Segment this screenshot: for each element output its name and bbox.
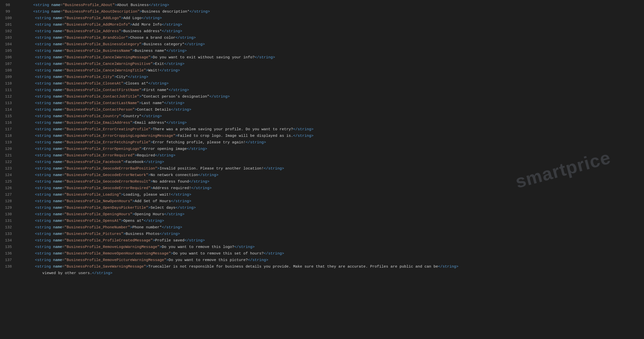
code-line: 105 <string name="BusinessProfile_Busine… — [0, 48, 644, 54]
code-line: 108 <string name="BusinessProfile_Cancel… — [0, 67, 644, 74]
line-number: 109 — [0, 74, 17, 80]
code-line: 136 <string name="BusinessProfile_Remove… — [0, 250, 644, 257]
line-content: <string name="BusinessProfile_ErrorRequi… — [17, 153, 644, 159]
line-content: <string name="BusinessProfile_ErrorCreat… — [17, 126, 644, 133]
line-number: 128 — [0, 198, 17, 204]
code-line: 137 <string name="BusinessProfile_Remove… — [0, 257, 644, 264]
line-content: <string name="BusinessProfile_GeocodeErr… — [17, 172, 644, 178]
line-content: <string name="BusinessProfile_BusinessCa… — [17, 41, 644, 48]
code-line: 122 <string name="BusinessProfile_Facebo… — [0, 159, 644, 165]
code-line: 131 <string name="BusinessProfile_OpensA… — [0, 218, 644, 224]
code-line: 119 <string name="BusinessProfile_ErrorF… — [0, 139, 644, 146]
line-number: 98 — [0, 2, 15, 8]
line-content: <string name="BusinessProfile_ErrorFetch… — [17, 140, 644, 146]
line-content: <string name="BusinessProfile_BusinessNa… — [17, 48, 644, 54]
code-line: 99 <string name="BusinessProfile_AboutDe… — [0, 9, 644, 15]
line-number: 101 — [0, 22, 17, 28]
line-number: 133 — [0, 231, 17, 237]
code-line: 98 <string name="BusinessProfile_About">… — [0, 2, 644, 9]
line-number: 104 — [0, 41, 17, 48]
line-content: <string name="BusinessProfile_City">City… — [17, 74, 644, 80]
line-number: 120 — [0, 146, 17, 152]
line-number: 118 — [0, 133, 17, 139]
line-number: 129 — [0, 205, 17, 211]
line-number: 112 — [0, 94, 17, 100]
code-line: 134 <string name="BusinessProfile_Profil… — [0, 237, 644, 244]
line-number: 132 — [0, 225, 17, 231]
line-content: <string name="BusinessProfile_CancelWarn… — [17, 55, 644, 61]
line-number: 117 — [0, 126, 17, 133]
code-line: 138 <string name="BusinessProfile_SaveWa… — [0, 264, 644, 270]
code-line-continuation: viewed by other users.</string> — [0, 270, 644, 277]
line-content: <string name="BusinessProfile_BrandColor… — [17, 35, 644, 41]
line-number: 116 — [0, 120, 17, 126]
code-line: 118 <string name="BusinessProfile_ErrorC… — [0, 133, 644, 139]
code-line: 103 <string name="BusinessProfile_BrandC… — [0, 35, 644, 41]
line-content: <string name="BusinessProfile_Pictures">… — [17, 231, 644, 237]
line-content: <string name="BusinessProfile_RemovePict… — [17, 257, 644, 263]
line-number: 134 — [0, 238, 17, 244]
code-line: 106 <string name="BusinessProfile_Cancel… — [0, 54, 644, 61]
code-line: 100 <string name="BusinessProfile_AddLog… — [0, 15, 644, 22]
code-line: 123 <string name="BusinessProfile_Geocod… — [0, 165, 644, 172]
line-number: 127 — [0, 192, 17, 198]
code-line: 114 <string name="BusinessProfile_Contac… — [0, 107, 644, 113]
line-content: <string name="BusinessProfile_GeocodeErr… — [17, 179, 644, 185]
code-editor: 98 <string name="BusinessProfile_About">… — [0, 0, 644, 279]
line-number: 138 — [0, 264, 17, 270]
line-content: <string name="BusinessProfile_RemoveLogo… — [17, 244, 644, 250]
line-content: <string name="BusinessProfile_ClosesAt">… — [17, 81, 644, 87]
line-content: <string name="BusinessProfile_SaveWarnin… — [17, 264, 644, 270]
code-line: 116 <string name="BusinessProfile_EmailA… — [0, 120, 644, 126]
line-number: 137 — [0, 257, 17, 263]
line-content: <string name="BusinessProfile_ErrorOpeni… — [17, 146, 644, 152]
code-line: 132 <string name="BusinessProfile_PhoneN… — [0, 224, 644, 231]
line-content: <string name="BusinessProfile_PhoneNumbe… — [17, 225, 644, 231]
line-number: 114 — [0, 107, 17, 113]
line-number: 124 — [0, 172, 17, 178]
line-content: <string name="BusinessProfile_GeocodeErr… — [17, 166, 644, 172]
line-content: <string name="BusinessProfile_ErrorCropp… — [17, 133, 644, 139]
code-line: 129 <string name="BusinessProfile_OpenDa… — [0, 205, 644, 211]
line-content: <string name="BusinessProfile_ContactJob… — [17, 94, 644, 100]
line-content: <string name="BusinessProfile_AddLogo">A… — [17, 15, 644, 21]
line-number: 106 — [0, 55, 17, 61]
line-content: <string name="BusinessProfile_ContactLas… — [17, 100, 644, 106]
line-number: 121 — [0, 153, 17, 159]
line-content: <string name="BusinessProfile_NewOpenHou… — [17, 198, 644, 204]
line-number: 123 — [0, 166, 17, 172]
line-content: <string name="BusinessProfile_Country">C… — [17, 113, 644, 119]
line-number: 130 — [0, 211, 17, 218]
code-line: 120 <string name="BusinessProfile_ErrorO… — [0, 146, 644, 152]
line-content: <string name="BusinessProfile_OpenDaysPi… — [17, 205, 644, 211]
line-number: 108 — [0, 68, 17, 74]
line-number: 126 — [0, 185, 17, 191]
line-number: 113 — [0, 100, 17, 106]
line-number: 102 — [0, 28, 17, 34]
code-line: 104 <string name="BusinessProfile_Busine… — [0, 41, 644, 48]
line-number: 131 — [0, 218, 17, 224]
code-line: 113 <string name="BusinessProfile_Contac… — [0, 100, 644, 107]
line-number: 125 — [0, 179, 17, 185]
code-line: 125 <string name="BusinessProfile_Geocod… — [0, 179, 644, 185]
code-line: 115 <string name="BusinessProfile_Countr… — [0, 113, 644, 120]
line-number: 103 — [0, 35, 17, 41]
line-content: <string name="BusinessProfile_ContactFir… — [17, 87, 644, 93]
code-line: 127 <string name="BusinessProfile_Loadin… — [0, 192, 644, 198]
code-line: 135 <string name="BusinessProfile_Remove… — [0, 244, 644, 250]
line-content: <string name="BusinessProfile_Facebook">… — [17, 159, 644, 165]
code-line: 110 <string name="BusinessProfile_Closes… — [0, 80, 644, 87]
line-number: 99 — [0, 9, 15, 15]
line-number: 105 — [0, 48, 17, 54]
line-content: <string name="BusinessProfile_About">Abo… — [15, 2, 644, 8]
line-content: <string name="BusinessProfile_EmailAddre… — [17, 120, 644, 126]
line-number: 119 — [0, 140, 17, 146]
line-content: <string name="BusinessProfile_CancelWarn… — [17, 61, 644, 67]
line-content-continuation: viewed by other users.</string> — [15, 270, 644, 276]
line-number: 135 — [0, 244, 17, 250]
line-number: 107 — [0, 61, 17, 67]
line-number: 136 — [0, 251, 17, 257]
code-line: 121 <string name="BusinessProfile_ErrorR… — [0, 152, 644, 159]
line-content: <string name="BusinessProfile_ContactPer… — [17, 107, 644, 113]
code-line: 109 <string name="BusinessProfile_City">… — [0, 74, 644, 80]
